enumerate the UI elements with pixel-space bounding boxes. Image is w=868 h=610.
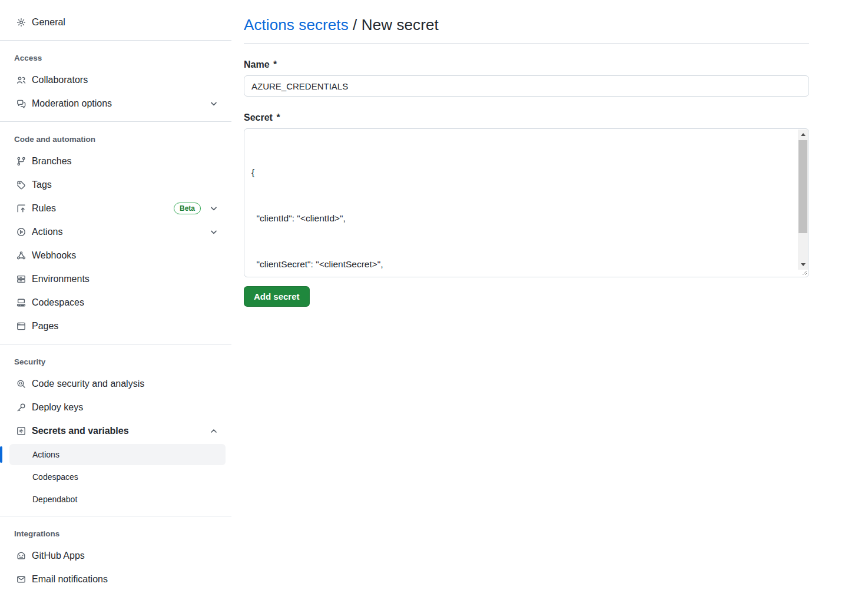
sidebar-item-general[interactable]: General bbox=[0, 11, 231, 34]
sidebar-item-label: Codespaces bbox=[32, 297, 218, 308]
chevron-down-icon bbox=[209, 227, 218, 237]
breadcrumb-current: New secret bbox=[362, 16, 439, 34]
sidebar-item-label: Rules bbox=[32, 203, 174, 214]
webhook-icon bbox=[16, 251, 26, 260]
sidebar-item-label: Email notifications bbox=[32, 574, 218, 585]
secret-json-content: { "clientId": "<clientId>", "clientSecre… bbox=[244, 129, 799, 277]
chevron-down-icon bbox=[209, 99, 218, 108]
sidebar-item-label: Environments bbox=[32, 274, 218, 284]
sidebar-item-moderation-options[interactable]: Moderation options bbox=[0, 92, 231, 115]
sidebar-item-label: Pages bbox=[32, 321, 218, 331]
sidebar-item-rules[interactable]: Rules Beta bbox=[0, 197, 231, 220]
sidebar-item-label: Moderation options bbox=[32, 98, 209, 109]
sidebar-item-collaborators[interactable]: Collaborators bbox=[0, 68, 231, 92]
sidebar-subitem-codespaces[interactable]: Codespaces bbox=[9, 466, 226, 488]
key-icon bbox=[16, 403, 26, 412]
git-branch-icon bbox=[16, 157, 26, 166]
sidebar-item-pages[interactable]: Pages bbox=[0, 314, 231, 338]
scroll-up-arrow[interactable] bbox=[798, 130, 808, 140]
section-title-code-automation: Code and automation bbox=[0, 130, 231, 150]
mail-icon bbox=[16, 575, 26, 584]
browser-icon bbox=[16, 321, 26, 331]
secret-name-input[interactable] bbox=[244, 75, 809, 97]
play-icon bbox=[16, 227, 26, 237]
sidebar-section-integrations: Integrations GitHub Apps Email notificat… bbox=[0, 516, 231, 591]
name-field-label: Name * bbox=[244, 59, 809, 70]
secret-line: "clientId": "<clientId>", bbox=[251, 211, 796, 226]
asterisk-box-icon bbox=[16, 426, 26, 436]
sidebar-item-label: Branches bbox=[32, 156, 218, 167]
sidebar-section-access: Access Collaborators Moderation options bbox=[0, 41, 231, 115]
textarea-scrollbar[interactable] bbox=[798, 130, 808, 270]
rules-icon bbox=[16, 204, 26, 213]
sidebar-item-label: Actions bbox=[32, 227, 209, 237]
textarea-resize-grip[interactable] bbox=[800, 268, 807, 276]
server-icon bbox=[16, 274, 26, 284]
sidebar-item-label: Collaborators bbox=[32, 75, 218, 85]
sidebar-item-actions[interactable]: Actions bbox=[0, 220, 231, 244]
scrollbar-thumb[interactable] bbox=[799, 140, 807, 233]
sidebar-item-github-apps[interactable]: GitHub Apps bbox=[0, 544, 231, 568]
tag-icon bbox=[16, 180, 26, 190]
sidebar-subitem-label: Actions bbox=[32, 450, 59, 459]
sidebar-item-label: Code security and analysis bbox=[32, 379, 218, 389]
sidebar-subitem-actions[interactable]: Actions bbox=[9, 444, 226, 465]
gear-icon bbox=[16, 18, 26, 27]
page-title: Actions secrets / New secret bbox=[244, 16, 809, 34]
section-title-access: Access bbox=[0, 49, 231, 68]
settings-sidebar: General Access Collaborators bbox=[0, 0, 231, 610]
codespaces-icon bbox=[16, 298, 26, 307]
chevron-down-icon bbox=[209, 204, 218, 213]
sidebar-item-label: Deploy keys bbox=[32, 402, 218, 413]
sidebar-section-security: Security Code security and analysis Depl… bbox=[0, 344, 231, 510]
sidebar-subitem-label: Dependabot bbox=[32, 495, 77, 504]
required-asterisk: * bbox=[272, 59, 277, 69]
sidebar-item-email-notifications[interactable]: Email notifications bbox=[0, 568, 231, 591]
sidebar-item-label: General bbox=[32, 17, 218, 28]
sidebar-item-code-security[interactable]: Code security and analysis bbox=[0, 372, 231, 396]
add-secret-button[interactable]: Add secret bbox=[244, 286, 310, 307]
comment-discussion-icon bbox=[16, 99, 26, 108]
people-icon bbox=[16, 75, 26, 85]
sidebar-item-secrets-and-variables[interactable]: Secrets and variables bbox=[0, 419, 231, 443]
beta-badge: Beta bbox=[174, 203, 201, 214]
sidebar-item-deploy-keys[interactable]: Deploy keys bbox=[0, 396, 231, 419]
selected-accent-bar bbox=[0, 446, 2, 463]
secrets-main-panel: Actions secrets / New secret Name * Secr… bbox=[244, 0, 809, 610]
required-asterisk: * bbox=[275, 112, 280, 122]
sidebar-item-label: Webhooks bbox=[32, 250, 218, 261]
breadcrumb-actions-secrets-link[interactable]: Actions secrets bbox=[244, 16, 349, 34]
sidebar-item-environments[interactable]: Environments bbox=[0, 267, 231, 291]
codescan-icon bbox=[16, 379, 26, 389]
chevron-up-icon bbox=[209, 426, 218, 436]
sidebar-item-branches[interactable]: Branches bbox=[0, 150, 231, 173]
section-title-security: Security bbox=[0, 353, 231, 372]
sidebar-item-label: Secrets and variables bbox=[32, 426, 209, 436]
hubot-icon bbox=[16, 551, 26, 561]
sidebar-subitem-dependabot[interactable]: Dependabot bbox=[9, 489, 226, 510]
sidebar-item-label: Tags bbox=[32, 180, 218, 190]
secret-value-textarea[interactable]: { "clientId": "<clientId>", "clientSecre… bbox=[244, 128, 809, 277]
breadcrumb-separator: / bbox=[349, 16, 362, 34]
header-divider bbox=[244, 43, 809, 44]
sidebar-item-label: GitHub Apps bbox=[32, 551, 218, 561]
secret-line: "clientSecret": "<clientSecret>", bbox=[251, 257, 796, 272]
secret-line: { bbox=[251, 165, 796, 180]
section-title-integrations: Integrations bbox=[0, 525, 231, 544]
sidebar-section-code-automation: Code and automation Branches Tags bbox=[0, 122, 231, 338]
secret-field-label: Secret * bbox=[244, 112, 809, 123]
sidebar-item-tags[interactable]: Tags bbox=[0, 173, 231, 197]
sidebar-subitem-label: Codespaces bbox=[32, 472, 78, 482]
sidebar-item-webhooks[interactable]: Webhooks bbox=[0, 244, 231, 267]
sidebar-item-codespaces[interactable]: Codespaces bbox=[0, 291, 231, 314]
